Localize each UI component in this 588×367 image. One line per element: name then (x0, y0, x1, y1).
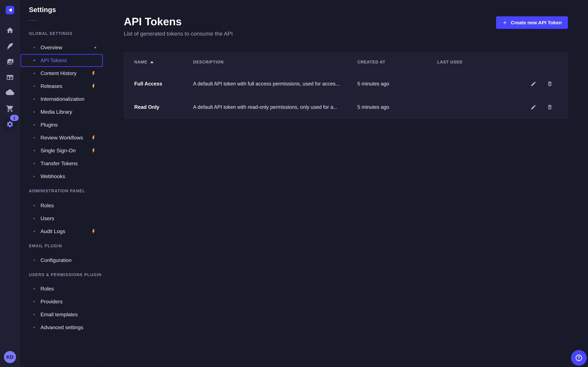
bullet-icon (34, 259, 35, 261)
subnav-item-webhooks[interactable]: Webhooks (21, 170, 103, 183)
bullet-icon (34, 85, 35, 87)
images-icon (6, 58, 14, 66)
lightning-icon (91, 83, 96, 89)
nav-item-deploy[interactable] (0, 85, 20, 101)
notification-dot-icon (95, 47, 96, 49)
strapi-logo[interactable] (6, 6, 14, 14)
sort-ascending-icon (150, 61, 154, 63)
settings-subnav: Settings GLOBAL SETTINGS Overview API To… (20, 0, 103, 367)
lightning-icon (91, 229, 96, 234)
bullet-icon (34, 176, 35, 177)
subnav-item-roles-admin[interactable]: Roles (21, 199, 103, 212)
create-button-label: Create new API Token (511, 20, 562, 25)
create-api-token-button[interactable]: Create new API Token (496, 16, 568, 29)
bullet-icon (34, 163, 35, 164)
nav-item-content-manager[interactable] (0, 69, 20, 85)
subnav-title: Settings (29, 6, 103, 14)
token-name: Read Only (134, 104, 193, 110)
token-description: A default API token with read-only permi… (193, 104, 357, 110)
subnav-item-transfer-tokens[interactable]: Transfer Tokens (21, 157, 103, 170)
table-row[interactable]: Read Only A default API token with read-… (124, 95, 568, 119)
bullet-icon (34, 288, 35, 290)
nav-item-home[interactable] (0, 23, 20, 38)
token-name: Full Access (134, 81, 193, 87)
subnav-item-releases[interactable]: Releases (21, 80, 103, 93)
settings-notification-badge: 1 (10, 115, 19, 121)
edit-token-button[interactable] (529, 103, 538, 111)
nav-item-media-library[interactable] (0, 54, 20, 69)
bullet-icon (34, 231, 35, 232)
subnav-title-divider (29, 20, 37, 21)
token-description: A default API token with full access per… (193, 81, 357, 87)
section-administration-panel: ADMINISTRATION PANEL (29, 188, 103, 193)
subnav-item-roles-up[interactable]: Roles (21, 282, 103, 295)
nav-item-marketplace[interactable] (0, 101, 20, 117)
bullet-icon (34, 314, 35, 315)
subnav-item-single-sign-on[interactable]: Single Sign-On (21, 144, 103, 157)
column-header-name[interactable]: NAME (134, 60, 193, 64)
bullet-icon (34, 111, 35, 113)
subnav-item-api-tokens[interactable]: API Tokens (21, 54, 103, 67)
column-header-created-at: CREATED AT (357, 60, 437, 64)
main-navbar: 1 KD (0, 0, 20, 367)
bullet-icon (34, 124, 35, 125)
cart-icon (6, 105, 14, 113)
subnav-item-plugins[interactable]: Plugins (21, 118, 103, 131)
bullet-icon (34, 205, 35, 206)
plus-icon (502, 20, 508, 25)
layout-icon (6, 73, 14, 81)
subnav-item-email-templates[interactable]: Email templates (21, 308, 103, 321)
delete-token-button[interactable] (545, 80, 554, 88)
lightning-icon (91, 148, 96, 153)
subnav-item-review-workflows[interactable]: Review Workflows (21, 131, 103, 144)
subnav-item-internationalization[interactable]: Internationalization (21, 93, 103, 106)
section-users-permissions-plugin: USERS & PERMISSIONS PLUGIN (29, 272, 103, 277)
gear-icon (6, 121, 14, 128)
column-header-description: DESCRIPTION (193, 60, 357, 64)
subnav-item-configuration[interactable]: Configuration (21, 254, 103, 267)
bullet-icon (34, 73, 35, 74)
subnav-item-overview[interactable]: Overview (21, 41, 103, 54)
bullet-icon (34, 327, 35, 328)
subnav-item-providers[interactable]: Providers (21, 295, 103, 308)
column-header-last-used: LAST USED (437, 60, 529, 64)
section-email-plugin: EMAIL PLUGIN (29, 243, 103, 248)
subnav-item-advanced-settings[interactable]: Advanced settings (21, 321, 103, 334)
main-content: API Tokens List of generated tokens to c… (103, 0, 588, 367)
trash-icon (547, 81, 553, 87)
token-created-at: 5 minutes ago (357, 81, 437, 87)
home-icon (6, 26, 14, 34)
feather-icon (6, 42, 14, 50)
subnav-item-content-history[interactable]: Content History (21, 67, 103, 80)
subnav-item-users[interactable]: Users (21, 212, 103, 225)
bullet-icon (34, 137, 35, 139)
subnav-item-media-library[interactable]: Media Library (21, 106, 103, 118)
pencil-icon (530, 81, 536, 87)
token-created-at: 5 minutes ago (357, 104, 437, 110)
table-header-row: NAME DESCRIPTION CREATED AT LAST USED (124, 52, 568, 72)
subnav-item-audit-logs[interactable]: Audit Logs (21, 225, 103, 238)
user-avatar[interactable]: KD (4, 351, 16, 363)
nav-item-content-type-builder[interactable] (0, 38, 20, 54)
bullet-icon (34, 301, 35, 302)
bullet-icon (34, 150, 35, 151)
bullet-icon (34, 218, 35, 219)
table-row[interactable]: Full Access A default API token with ful… (124, 72, 568, 95)
trash-icon (547, 104, 553, 110)
page-subtitle: List of generated tokens to consume the … (124, 30, 588, 37)
bullet-icon (34, 60, 35, 61)
bullet-icon (34, 98, 35, 100)
nav-item-settings[interactable]: 1 (0, 117, 20, 132)
delete-token-button[interactable] (545, 103, 554, 111)
section-global-settings: GLOBAL SETTINGS (29, 31, 103, 36)
bullet-icon (34, 47, 35, 48)
strapi-logo-glyph (7, 7, 13, 13)
question-mark-icon (575, 354, 583, 362)
edit-token-button[interactable] (529, 80, 538, 88)
navbar-footer: KD (0, 347, 20, 367)
pencil-icon (530, 104, 536, 110)
cloud-icon (6, 89, 14, 97)
help-button[interactable] (571, 350, 587, 366)
lightning-icon (91, 71, 96, 76)
logo-slot (0, 0, 20, 20)
